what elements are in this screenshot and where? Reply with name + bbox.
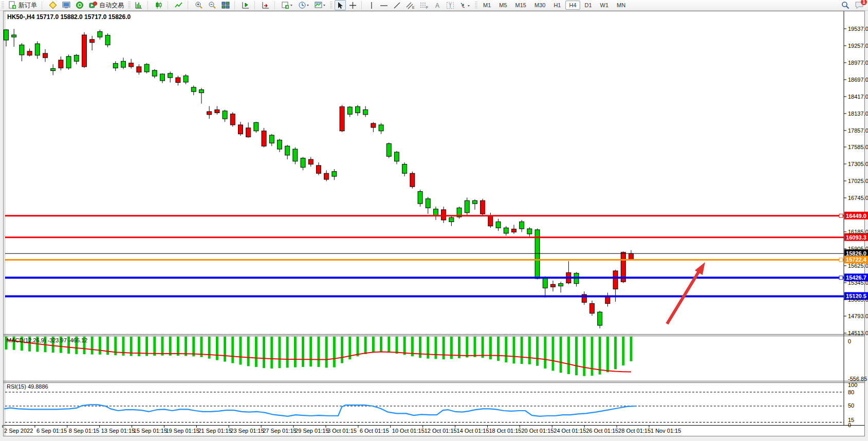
notifications-button[interactable]: 1 (855, 1, 864, 9)
time-tick-label: 19 Sep 01:15 (166, 428, 199, 434)
line-drag-handle[interactable] (839, 276, 843, 280)
trendline-tool-button[interactable] (391, 0, 403, 10)
bar-chart-icon (135, 1, 143, 9)
chart-title-ohlc: HK50-,H4 15717.0 15882.0 15717.0 15826.0 (7, 13, 131, 21)
vertical-line-icon (368, 2, 375, 9)
auto-scroll-button[interactable] (260, 0, 272, 10)
vertical-line-tool-button[interactable] (366, 0, 377, 10)
candlestick (613, 271, 618, 289)
bar-chart-mode-button[interactable] (133, 0, 145, 10)
time-tick-label: 12 Oct 01:15 (424, 428, 457, 434)
toolbar-right: 1 (841, 1, 864, 9)
candlestick (105, 35, 110, 45)
tile-windows-button[interactable] (219, 0, 232, 10)
new-order-label: 新订单 (19, 1, 37, 10)
candlestick (278, 140, 282, 149)
toolbar-grip (475, 2, 477, 9)
chart-shift-icon (242, 1, 250, 9)
timeframe-button-h1[interactable]: H1 (550, 1, 564, 10)
price-tick-label: 15905.0 (848, 246, 868, 252)
crosshair-tool-button[interactable] (347, 0, 359, 10)
price-tick-label: 19257.0 (848, 43, 868, 49)
timeframe-button-h4[interactable]: H4 (565, 1, 580, 10)
timeframe-button-m5[interactable]: M5 (495, 1, 510, 10)
search-icon[interactable] (841, 1, 849, 9)
candlestick (43, 53, 48, 58)
candlestick (74, 55, 79, 61)
line-drag-handle[interactable] (839, 258, 843, 262)
candlestick (598, 312, 602, 325)
line-drag-handle[interactable] (839, 214, 843, 217)
price-line-label: 15722.4 (846, 256, 867, 263)
data-window-button[interactable] (239, 0, 252, 10)
indicators-button[interactable] (280, 0, 295, 10)
separator (361, 2, 364, 9)
candlestick (465, 200, 469, 213)
text-tool-button[interactable]: A (432, 0, 443, 10)
signals-button[interactable] (73, 0, 86, 10)
arrows-icon (459, 2, 471, 9)
candlestick (269, 135, 274, 143)
candlestick (137, 67, 141, 72)
timeframe-group: M1M5M15M30H1H4D1W1MN (479, 2, 630, 9)
periods-button[interactable] (296, 0, 311, 10)
candlestick (35, 44, 40, 55)
rsi-axis-label: 100 (848, 382, 857, 388)
channel-tool-button[interactable]: E (404, 0, 417, 10)
zoom-in-icon (195, 1, 203, 9)
arrows-tool-button[interactable] (457, 0, 473, 10)
timeframe-button-m1[interactable]: M1 (479, 1, 494, 10)
rsi-label: RSI(15) 49.8886 (7, 383, 48, 390)
price-tick-label: 16745.0 (848, 195, 868, 201)
candlestick-mode-button[interactable] (153, 0, 165, 10)
candlestick (551, 284, 556, 287)
candlestick (324, 173, 329, 179)
candlestick (434, 209, 438, 216)
candlestick (51, 68, 56, 70)
templates-button[interactable] (312, 0, 328, 10)
cursor-tool-button[interactable] (335, 0, 346, 10)
candlestick (332, 172, 337, 176)
timeframe-button-d1[interactable]: D1 (581, 1, 596, 10)
timeframe-button-mn[interactable]: MN (613, 1, 629, 10)
equidistant-channel-icon: E (406, 2, 415, 9)
svg-text:E: E (412, 6, 415, 9)
price-chart-canvas[interactable]: 16449.016093.315826.015722.415426.715120… (0, 10, 868, 441)
candlestick (512, 229, 516, 232)
price-tick-label: 18697.0 (848, 77, 868, 83)
svg-text:F: F (426, 6, 428, 9)
separator (42, 2, 44, 9)
line-chart-mode-button[interactable] (173, 0, 185, 10)
text-label-tool-button[interactable]: T (444, 0, 456, 10)
time-tick-label: 21 Sep 01:15 (198, 428, 231, 434)
price-tick-label: 16185.0 (848, 229, 868, 235)
svg-text:A: A (435, 2, 439, 9)
rsi-axis-label: 50 (848, 402, 854, 409)
timeframe-button-m30[interactable]: M30 (531, 1, 549, 10)
separator (234, 2, 237, 9)
time-tick-label: 14 Oct 01:15 (457, 428, 489, 434)
timeframe-button-w1[interactable]: W1 (597, 1, 613, 10)
candlestick (199, 90, 204, 93)
market-watch-button[interactable] (60, 0, 72, 10)
time-tick-label: 29 Sep 01:15 (295, 428, 328, 434)
zoom-in-button[interactable] (193, 0, 205, 10)
candlestick (473, 200, 477, 204)
horizontal-line-tool-button[interactable] (378, 0, 390, 10)
metaeditor-button[interactable] (47, 0, 59, 10)
auto-trading-icon (89, 1, 97, 9)
candlestick (386, 143, 391, 156)
zoom-out-button[interactable] (206, 0, 218, 10)
candlestick (504, 228, 508, 233)
text-label-icon: T (446, 2, 454, 9)
macd-axis-min: -556.85 (848, 376, 867, 382)
fibonacci-tool-button[interactable]: F (418, 0, 431, 10)
separator (168, 2, 170, 9)
trendline-icon (393, 2, 401, 9)
yellow-diamond-icon (49, 1, 57, 9)
auto-trading-button[interactable]: 自动交易 (87, 0, 126, 10)
chart-window[interactable]: 16449.016093.315826.015722.415426.715120… (0, 10, 868, 441)
timeframe-button-m15[interactable]: M15 (512, 1, 530, 10)
new-order-button[interactable]: 新订单 (6, 0, 39, 10)
fibonacci-icon: F (420, 2, 429, 9)
